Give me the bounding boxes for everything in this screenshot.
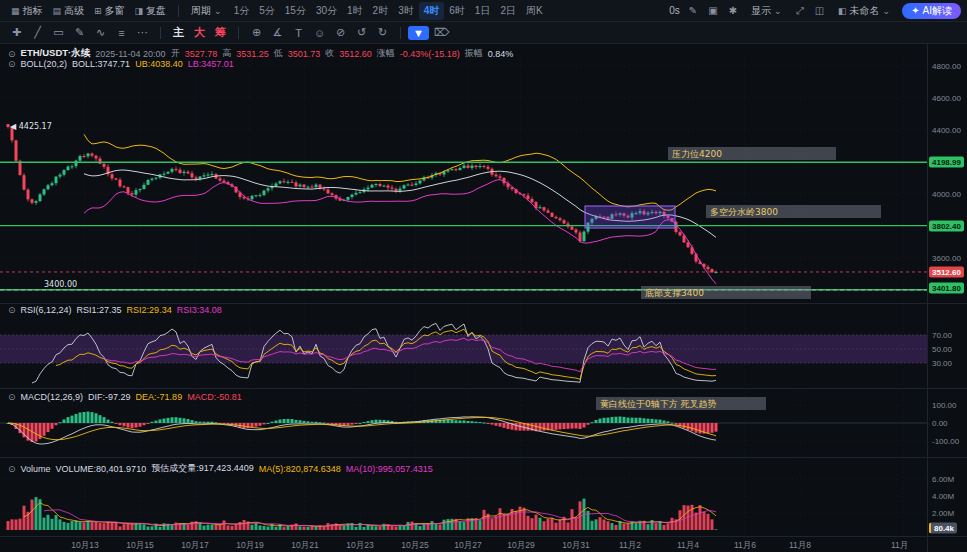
filter-tool[interactable]: ▼ — [408, 26, 429, 40]
chip-distribution-mode[interactable]: 筹 — [210, 25, 231, 40]
countdown: 0s — [669, 5, 680, 16]
price-label: 4600.00 — [932, 94, 961, 103]
time-axis[interactable]: 10月1310月1510月1710月1910月2110月2310月2510月27… — [0, 536, 927, 552]
chevron-down-icon: ⌄ — [883, 6, 891, 16]
price-axis[interactable]: 4800.004600.004400.004000.003600.004198.… — [927, 44, 967, 552]
layout-icon[interactable]: ◫ — [813, 4, 826, 17]
timeframe-3时[interactable]: 3时 — [393, 2, 419, 20]
timeframe-2时[interactable]: 2时 — [368, 2, 394, 20]
display-dropdown[interactable]: 显示 ⌄ — [746, 2, 787, 20]
edit-icon[interactable]: ✎ — [687, 4, 699, 17]
enlarge-mode[interactable]: 大 — [189, 25, 210, 40]
vol-axis-label: 2.00M — [932, 509, 954, 518]
time-label: 10月31 — [562, 540, 589, 552]
svg-text:多空分水岭3800: 多空分水岭3800 — [710, 207, 778, 217]
vol-axis-label: 6.00M — [932, 475, 954, 484]
crosshair-tool[interactable]: ✚ — [6, 25, 27, 40]
svg-text:底部支撑3400: 底部支撑3400 — [645, 288, 704, 298]
chart-canvas[interactable]: 压力位4200多空分水岭3800底部支撑3400黄白线位于0轴下方 死叉趋势◀ … — [0, 44, 967, 552]
price-label: 3600.00 — [932, 254, 961, 263]
divider — [238, 27, 239, 39]
period-dropdown[interactable]: 周期 ⌄ — [186, 2, 227, 20]
time-label: 10月27 — [454, 540, 481, 552]
timeframe-1分[interactable]: 1分 — [229, 2, 255, 20]
menu-indicators[interactable]: ▦指标 — [6, 2, 48, 20]
vol-axis-label: 4.00M — [932, 492, 954, 501]
menu-multi-window[interactable]: ⊞多窗 — [89, 2, 130, 20]
timeframe-4时[interactable]: 4时 — [419, 2, 445, 20]
time-label: 10月23 — [346, 540, 373, 552]
timeframe-1时[interactable]: 1时 — [342, 2, 368, 20]
sparkle-icon: ✦ — [911, 5, 919, 16]
emoji-tool[interactable]: ☺ — [309, 26, 330, 40]
timeframe-1日[interactable]: 1日 — [470, 2, 496, 20]
macd-axis-label: -100.00 — [932, 437, 959, 446]
advanced-icon: ▤ — [53, 6, 62, 16]
time-label: 10月29 — [507, 540, 534, 552]
menu-group: ▦指标▤高级⊞多窗◨复盘 — [6, 2, 171, 20]
price-badge: 3802.40 — [929, 221, 964, 232]
menu-replay[interactable]: ◨复盘 — [130, 2, 172, 20]
price-badge: 3401.80 — [929, 283, 964, 294]
time-label: 10月13 — [71, 540, 98, 552]
indicators-icon: ▦ — [11, 6, 20, 16]
fullscreen-icon[interactable]: ⤢ — [794, 4, 806, 18]
divider — [160, 27, 161, 39]
panel-icon: ◧ — [838, 6, 847, 16]
rsi-axis-label: 50.00 — [932, 345, 952, 354]
macd-axis-label: 100.00 — [932, 401, 956, 410]
time-label: 11月4 — [677, 540, 699, 552]
delete-drawings-tool[interactable]: ⌦ — [431, 25, 452, 40]
svg-text:黄白线位于0轴下方 死叉趋势: 黄白线位于0轴下方 死叉趋势 — [600, 399, 717, 409]
time-label: 10月21 — [291, 540, 318, 552]
time-label: 10月25 — [401, 540, 428, 552]
settings-icon[interactable]: ✱ — [727, 4, 739, 17]
svg-text:压力位4200: 压力位4200 — [672, 149, 722, 159]
measure-tool[interactable]: ∡ — [267, 25, 288, 40]
time-label: 11月2 — [619, 540, 641, 552]
screenshot-icon[interactable]: ▣ — [706, 4, 719, 17]
price-label: 4800.00 — [932, 62, 961, 71]
timeframe-2日[interactable]: 2日 — [495, 2, 521, 20]
time-label: 11月12 — [891, 540, 915, 552]
timeframe-5分[interactable]: 5分 — [254, 2, 280, 20]
menu-advanced[interactable]: ▤高级 — [48, 2, 90, 20]
undo-tool[interactable]: ↺ — [351, 25, 372, 40]
timeframe-30分[interactable]: 30分 — [311, 2, 342, 20]
rsi-axis-label: 30.00 — [932, 359, 952, 368]
fib-retracement-tool[interactable]: ≡ — [111, 26, 132, 40]
toolbar-right-cluster: 0s ✎ ▣ ✱ 显示 ⌄ ⤢ ◫ ◧ 未命名 ⌄ ✦ AI解读 — [669, 2, 961, 20]
wave-tool[interactable]: ∿ — [90, 25, 111, 40]
time-label: 10月19 — [236, 540, 263, 552]
divider — [400, 27, 401, 39]
template-dropdown[interactable]: ◧ 未命名 ⌄ — [833, 2, 895, 20]
trendline-tool[interactable]: ╱ — [27, 25, 48, 40]
redo-tool[interactable]: ↻ — [372, 25, 393, 40]
ai-analysis-button[interactable]: ✦ AI解读 — [902, 3, 961, 19]
magnet-tool[interactable]: ⊕ — [246, 25, 267, 40]
more-drawing-tools[interactable]: ⋯ — [132, 25, 153, 40]
rectangle-tool[interactable]: ▭ — [48, 25, 69, 40]
macd-axis-label: 0.00 — [932, 419, 948, 428]
time-label: 11月6 — [734, 540, 756, 552]
timeframe-group: 1分5分15分30分1时2时3时4时6时1日2日周K — [229, 2, 548, 20]
menu-label-replay: 复盘 — [146, 4, 166, 18]
template-name: 未命名 — [850, 4, 880, 18]
drawing-toolbar: ✚╱▭✎∿≡⋯ 主大筹 ⊕∡T☺⊘↺↻ ▼ ⌦ — [0, 22, 967, 44]
lock-tool[interactable]: ⊘ — [330, 25, 351, 40]
price-badge: 4198.99 — [929, 157, 964, 168]
text-tool[interactable]: T — [288, 26, 309, 40]
price-label: 4000.00 — [932, 190, 961, 199]
timeframe-6时[interactable]: 6时 — [444, 2, 470, 20]
main-chart-mode[interactable]: 主 — [168, 25, 189, 40]
timeframe-15分[interactable]: 15分 — [280, 2, 311, 20]
chevron-down-icon: ⌄ — [214, 6, 222, 16]
chart-area[interactable]: 压力位4200多空分水岭3800底部支撑3400黄白线位于0轴下方 死叉趋势◀ … — [0, 44, 967, 552]
drawing-tools-left: ✚╱▭✎∿≡⋯ — [6, 25, 153, 40]
display-label: 显示 — [751, 4, 771, 18]
brush-tool[interactable]: ✎ — [69, 25, 90, 40]
menu-label-indicators: 指标 — [23, 4, 43, 18]
multi-window-icon: ⊞ — [94, 6, 102, 16]
timeframe-周K[interactable]: 周K — [521, 2, 548, 20]
top-toolbar: ▦指标▤高级⊞多窗◨复盘 周期 ⌄ 1分5分15分30分1时2时3时4时6时1日… — [0, 0, 967, 22]
